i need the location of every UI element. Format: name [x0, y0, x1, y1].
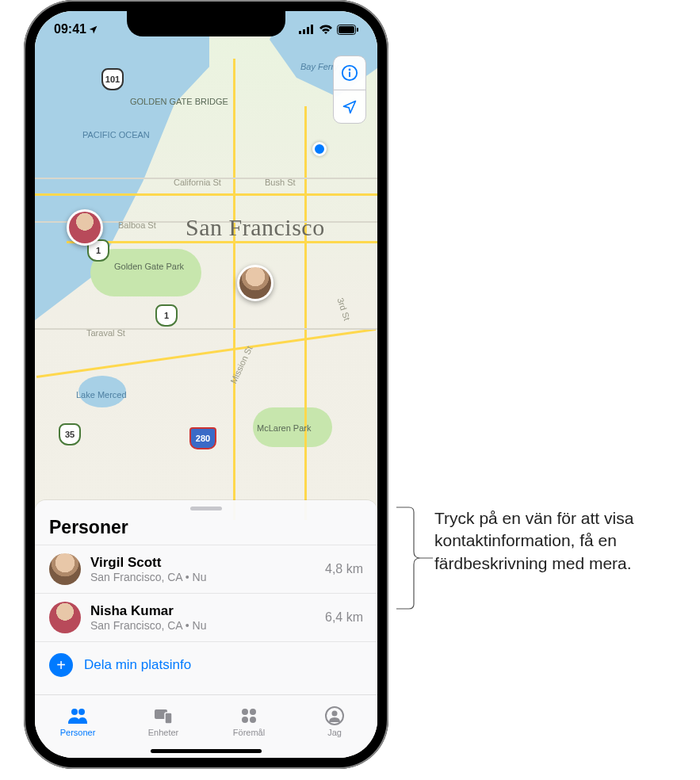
map-road	[304, 106, 307, 520]
tab-label: Jag	[327, 728, 342, 737]
svg-rect-2	[307, 27, 309, 34]
svg-rect-6	[357, 28, 358, 32]
person-subtitle: San Francisco, CA • Nu	[90, 619, 316, 632]
tab-bar: Personer Enheter Föremål Jag	[35, 694, 377, 758]
sheet-grabber[interactable]	[190, 507, 222, 510]
map-road	[233, 59, 235, 520]
svg-point-16	[242, 717, 248, 723]
map-label-california: California St	[174, 178, 221, 187]
info-icon	[341, 64, 358, 82]
svg-rect-1	[303, 29, 305, 34]
map-person-pin[interactable]	[67, 209, 103, 246]
svg-point-15	[250, 709, 256, 715]
map-label-taraval: Taraval St	[86, 328, 125, 338]
location-arrow-icon	[342, 99, 358, 115]
status-time: 09:41	[54, 22, 86, 36]
people-list: Virgil Scott San Francisco, CA • Nu 4,8 …	[35, 545, 377, 642]
map-shield-101: 101	[101, 68, 124, 90]
plus-icon: +	[49, 653, 73, 677]
map-label-ggp: Golden Gate Park	[114, 262, 184, 271]
avatar	[69, 212, 101, 243]
map-shield-ca1: 1	[155, 304, 178, 327]
map-label-balboa: Balboa St	[118, 220, 156, 230]
callout-bracket	[396, 503, 433, 614]
map-road	[35, 193, 377, 196]
tab-items[interactable]: Föremål	[206, 695, 292, 747]
tab-people[interactable]: Personer	[35, 695, 120, 747]
map-label-third: 3rd St	[335, 296, 351, 322]
avatar	[49, 553, 81, 585]
people-icon	[67, 705, 89, 726]
avatar	[49, 602, 81, 633]
map-label-merced: Lake Merced	[76, 390, 127, 400]
svg-point-8	[349, 69, 351, 71]
tab-label: Föremål	[233, 728, 265, 737]
svg-point-19	[332, 710, 338, 716]
battery-icon	[337, 25, 358, 35]
map-city-label: San Francisco	[186, 214, 325, 241]
map-label-bush: Bush St	[265, 178, 296, 187]
svg-rect-0	[299, 31, 301, 34]
person-row[interactable]: Nisha Kumar San Francisco, CA • Nu 6,4 k…	[35, 593, 377, 642]
tab-label: Personer	[60, 728, 96, 737]
person-subtitle: San Francisco, CA • Nu	[90, 571, 316, 583]
svg-rect-9	[349, 72, 350, 77]
map-road	[67, 241, 377, 243]
map-label-ggb: GOLDEN GATE BRIDGE	[130, 97, 228, 106]
person-distance: 4,8 km	[325, 562, 363, 576]
tab-devices[interactable]: Enheter	[120, 695, 206, 747]
wifi-icon	[319, 25, 333, 34]
map-shield-ca35: 35	[59, 423, 81, 445]
person-row[interactable]: Virgil Scott San Francisco, CA • Nu 4,8 …	[35, 545, 377, 593]
notch	[127, 11, 285, 36]
avatar	[239, 267, 271, 299]
home-indicator[interactable]	[151, 749, 262, 753]
devices-icon	[152, 705, 174, 726]
items-icon	[238, 705, 260, 726]
person-distance: 6,4 km	[325, 610, 363, 625]
svg-point-14	[242, 709, 248, 715]
share-location-button[interactable]: + Dela min platsinfo	[35, 642, 377, 694]
map-controls	[333, 55, 366, 124]
svg-point-10	[71, 709, 78, 715]
svg-rect-5	[339, 26, 354, 33]
person-icon	[323, 705, 346, 726]
person-name: Virgil Scott	[90, 555, 316, 571]
svg-point-11	[78, 709, 85, 715]
location-arrow-icon	[88, 25, 98, 35]
map-locate-button[interactable]	[334, 90, 365, 123]
bottom-sheet[interactable]: Personer Virgil Scott San Francisco, CA …	[35, 500, 377, 694]
map-info-button[interactable]	[334, 56, 365, 90]
svg-point-17	[250, 717, 256, 723]
callout-text: Tryck på en vän för att visa kontaktinfo…	[434, 507, 688, 575]
screen: 09:41	[35, 11, 377, 758]
tab-me[interactable]: Jag	[292, 695, 377, 747]
current-location-dot	[312, 142, 327, 156]
person-name: Nisha Kumar	[90, 603, 316, 619]
phone-frame: 09:41	[24, 0, 388, 769]
map-person-pin[interactable]	[237, 265, 273, 301]
sheet-title: Personer	[35, 517, 377, 545]
map-label-mclaren: McLaren Park	[257, 423, 311, 433]
map-label-ocean: PACIFIC OCEAN	[82, 130, 150, 140]
svg-rect-13	[165, 713, 172, 724]
svg-rect-3	[311, 25, 313, 34]
map-shield-i280: 280	[189, 427, 216, 449]
tab-label: Enheter	[148, 728, 179, 737]
cellular-icon	[299, 25, 315, 34]
share-label: Dela min platsinfo	[84, 657, 191, 673]
